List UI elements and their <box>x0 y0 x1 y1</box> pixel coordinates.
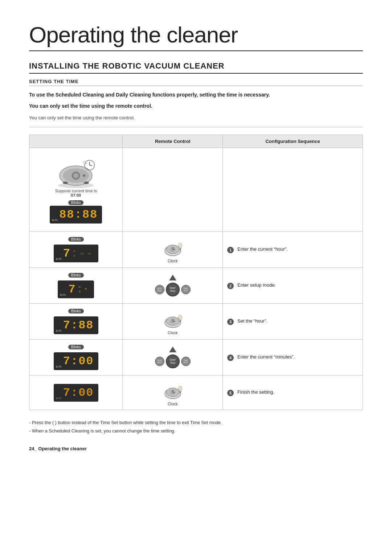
vacuum-svg <box>52 156 99 189</box>
remote-cell-4: SCHEDU Start/ Stop TRGETC <box>123 340 223 376</box>
blinks-badge-2: Blinks <box>68 273 84 278</box>
svg-line-29 <box>173 392 175 393</box>
footer-notes: - Press the ( ) button instead of the Ti… <box>29 419 363 435</box>
step-num-3: 3 <box>227 319 234 325</box>
arrow-up-4 <box>169 347 176 352</box>
table-row: Blinks a.m. 7:-- <box>29 232 363 268</box>
arrow-up-2 <box>169 275 176 280</box>
display-box-5: a.m. 7:00 <box>32 384 119 402</box>
subsection-title: Setting the Time <box>29 79 363 86</box>
svg-point-8 <box>85 160 94 170</box>
config-step-2: 2 Enter setup mode. <box>227 282 358 289</box>
blinks-badge-3: Blinks <box>68 309 84 313</box>
display-box-2: Blinks a.m. 7:• <box>32 273 119 298</box>
intro-bold-1: To use the Scheduled Cleaning and Daily … <box>29 91 363 99</box>
step-num-1: 1 <box>227 247 234 253</box>
step-text-3: Set the “hour”. <box>237 318 358 324</box>
col-header-remote: Remote Control <box>123 135 223 148</box>
config-cell-2: 2 Enter setup mode. <box>223 268 363 304</box>
config-cell-5: 5 Finish the setting. <box>223 376 363 410</box>
seg-display-4: a.m. 7:00 <box>54 352 98 370</box>
section-title: Installing the Robotic Vacuum Cleaner <box>29 61 363 74</box>
divider <box>29 127 363 127</box>
remote-label-3: Clock <box>168 331 178 335</box>
config-cell-3: 3 Set the “hour”. <box>223 304 363 340</box>
arrow-group-2: SCHEDU Start/ Stop TRGETC <box>127 275 218 296</box>
step-text-5: Finish the setting. <box>237 389 358 395</box>
intro-bold-2: You can only set the time using the remo… <box>29 102 363 110</box>
step-text-4: Enter the current “minutes”. <box>237 354 358 360</box>
clock-button-group-5: Clock <box>127 379 218 406</box>
center-btn-2: Start/ Stop <box>166 283 180 296</box>
table-row: Suppose current time is 07:00 Blinks a.m… <box>29 148 363 232</box>
display-box-1: Blinks a.m. 7:-- <box>32 237 119 262</box>
remote-cell-5: Clock <box>123 376 223 410</box>
remote-label-1: Clock <box>168 259 178 263</box>
clock-svg-5 <box>162 379 184 400</box>
step-num-4: 4 <box>227 354 234 361</box>
step-text-1: Enter the current “hour”. <box>237 246 358 252</box>
config-cell-4: 4 Enter the current “minutes”. <box>223 340 363 376</box>
side-btn-left-2: SCHEDU <box>155 285 164 294</box>
step-num-2: 2 <box>227 283 234 289</box>
blinks-badge-4: Blinks <box>68 345 84 349</box>
remote-cell-0 <box>123 148 223 232</box>
blinks-badge-1: Blinks <box>68 237 84 242</box>
config-step-3: 3 Set the “hour”. <box>227 318 358 325</box>
display-box-3: Blinks a.m. 7:88 <box>32 309 119 334</box>
svg-point-4 <box>74 173 78 178</box>
page-number: 24_ Operating the cleaner <box>29 446 363 451</box>
svg-point-6 <box>63 181 68 184</box>
suppose-caption: Suppose current time is 07:00 <box>55 189 97 197</box>
table-row: Blinks a.m. 7:88 <box>29 304 363 340</box>
clock-svg-1 <box>162 236 184 257</box>
config-cell-0 <box>223 148 363 232</box>
arrow-group-4: SCHEDU Start/ Stop TRGETC <box>127 347 218 368</box>
page-title: Operating the cleaner <box>29 22 363 51</box>
remote-label-5: Clock <box>168 402 178 406</box>
svg-line-23 <box>173 321 175 321</box>
seg-label-0: a.m. <box>52 218 58 222</box>
config-step-1: 1 Enter the current “hour”. <box>227 246 358 253</box>
blinks-badge-0: Blinks <box>68 200 84 205</box>
remote-cell-3: Clock <box>123 304 223 340</box>
intro-text: You can only set the time using the remo… <box>29 115 363 120</box>
start-stop-2: SCHEDU Start/ Stop TRGETC <box>155 283 191 296</box>
table-row: Blinks a.m. 7:• SCHEDU Start/ Stop T <box>29 268 363 304</box>
side-btn-right-2: TRGETC <box>181 285 191 294</box>
note-1: - Press the ( ) button instead of the Ti… <box>29 419 363 427</box>
side-btn-left-4: SCHEDU <box>155 357 164 366</box>
note-2: - When a Scheduled Cleaning is set, you … <box>29 427 363 435</box>
config-cell-1: 1 Enter the current “hour”. <box>223 232 363 268</box>
seg-display-1: a.m. 7:-- <box>54 245 98 262</box>
table-row: Blinks a.m. 7:00 SCHEDU Start/ Stop <box>29 340 363 376</box>
svg-line-10 <box>90 165 92 166</box>
seg-display-0: a.m. 88:88 <box>50 206 102 224</box>
config-step-4: 4 Enter the current “minutes”. <box>227 354 358 361</box>
col-header-config: Configuration Sequence <box>223 135 363 148</box>
step-text-2: Enter setup mode. <box>237 282 358 288</box>
side-btn-right-4: TRGETC <box>181 357 191 366</box>
seg-display-3: a.m. 7:88 <box>54 316 98 334</box>
remote-cell-2: SCHEDU Start/ Stop TRGETC <box>123 268 223 304</box>
seg-display-5: a.m. 7:00 <box>54 384 98 402</box>
svg-point-7 <box>84 181 89 184</box>
remote-cell-1: Clock <box>123 232 223 268</box>
display-box-4: Blinks a.m. 7:00 <box>32 345 119 370</box>
svg-line-11 <box>82 161 86 163</box>
svg-point-5 <box>83 174 85 177</box>
start-stop-4: SCHEDU Start/ Stop TRGETC <box>155 354 191 368</box>
clock-button-group-3: Clock <box>127 308 218 335</box>
col-header-display <box>29 135 123 148</box>
svg-line-17 <box>173 249 175 250</box>
instruction-table: Remote Control Configuration Sequence <box>29 135 363 410</box>
table-row: a.m. 7:00 Clock <box>29 376 363 410</box>
center-btn-4: Start/ Stop <box>166 354 180 368</box>
step-num-5: 5 <box>227 390 234 396</box>
config-step-5: 5 Finish the setting. <box>227 389 358 396</box>
seg-display-2: a.m. 7:• <box>58 280 94 298</box>
clock-button-group: Clock <box>127 236 218 263</box>
robot-illustration: Suppose current time is 07:00 Blinks a.m… <box>32 153 119 226</box>
clock-svg-3 <box>162 308 184 329</box>
